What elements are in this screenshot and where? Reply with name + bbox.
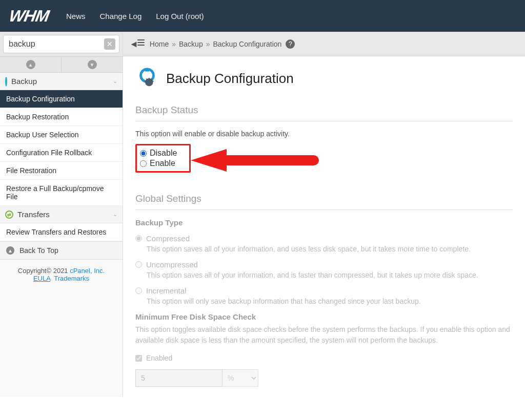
sidebar-item-backup-restoration[interactable]: Backup Restoration (0, 108, 123, 126)
radio-disable[interactable] (140, 150, 147, 157)
sidebar-item-backup-user-selection[interactable]: Backup User Selection (0, 126, 123, 144)
expand-all-button[interactable]: ▼ (62, 57, 123, 72)
sidebar-item-file-restoration[interactable]: File Restoration (0, 162, 123, 180)
min-free-value-input (135, 369, 223, 387)
crumb-backup[interactable]: Backup (179, 40, 203, 48)
sidebar-item-restore-full-backup[interactable]: Restore a Full Backup/cpmove File (0, 180, 123, 206)
page-title: Backup Configuration (166, 71, 294, 87)
chevron-down-icon: ⌄ (113, 211, 117, 218)
section-heading-status: Backup Status (135, 104, 513, 116)
radio-compressed (135, 235, 142, 242)
crumb-current: Backup Configuration (213, 40, 281, 48)
sidebar: ✕ ▲ ▼ Backup ⌄ Backup Configuration Back… (0, 32, 123, 397)
svg-rect-3 (216, 155, 319, 165)
min-free-desc: This option toggles available disk space… (135, 324, 513, 346)
min-free-unit-select: % (223, 369, 258, 387)
copyright-text: Copyright© 2021 (18, 267, 70, 275)
sidebar-group-transfers[interactable]: ⇄ Transfers ⌄ (0, 206, 123, 223)
min-free-title: Minimum Free Disk Space Check (135, 312, 513, 321)
backup-gear-icon (135, 67, 159, 90)
radio-enable[interactable] (140, 160, 147, 167)
nav-news[interactable]: News (66, 12, 86, 20)
status-description: This option will enable or disable backu… (135, 130, 513, 138)
backup-icon (5, 77, 7, 86)
radio-uncompressed-label: Uncompressed (146, 260, 198, 269)
breadcrumb-back-icon[interactable]: ◄ (129, 38, 145, 50)
eula-link[interactable]: EULA (33, 275, 50, 282)
whm-logo[interactable]: WHM (8, 7, 50, 26)
annotation-arrow-icon (191, 149, 324, 172)
nav-logout[interactable]: Log Out (root) (156, 12, 204, 20)
cpanel-link[interactable]: cPanel, Inc. (70, 267, 105, 275)
compressed-desc: This option saves all of your informatio… (147, 245, 513, 253)
svg-marker-4 (191, 149, 227, 172)
checkbox-min-free-enabled (135, 355, 142, 362)
backup-type-label: Backup Type (135, 218, 513, 227)
nav-change-log[interactable]: Change Log (99, 12, 142, 20)
crumb-home[interactable]: Home (150, 40, 169, 48)
radio-incremental (135, 287, 142, 294)
sidebar-item-review-transfers[interactable]: Review Transfers and Restores (0, 223, 123, 241)
uncompressed-desc: This option saves all of your informatio… (147, 271, 513, 279)
sidebar-group-label: Backup (11, 77, 37, 86)
back-to-top[interactable]: ▲ Back To Top (0, 241, 123, 260)
collapse-all-button[interactable]: ▲ (0, 57, 62, 72)
radio-uncompressed (135, 261, 142, 268)
sidebar-item-config-file-rollback[interactable]: Configuration File Rollback (0, 144, 123, 162)
sidebar-footer: Copyright© 2021 cPanel, Inc. EULA Tradem… (0, 260, 123, 289)
trademarks-link[interactable]: Trademarks (54, 275, 89, 282)
sidebar-group-backup[interactable]: Backup ⌄ (0, 73, 123, 90)
search-input[interactable] (3, 35, 119, 53)
chevron-down-icon: ⌄ (113, 78, 117, 85)
transfers-icon: ⇄ (5, 211, 13, 219)
breadcrumb: ◄ Home » Backup » Backup Configuration ? (123, 32, 525, 56)
arrow-up-icon: ▲ (6, 246, 14, 255)
radio-disable-label[interactable]: Disable (150, 149, 177, 158)
incremental-desc: This option will only save backup inform… (147, 297, 513, 305)
search-clear-icon[interactable]: ✕ (104, 38, 115, 50)
highlight-frame: Disable Enable (135, 144, 191, 173)
help-icon[interactable]: ? (286, 39, 295, 49)
radio-enable-label[interactable]: Enable (150, 159, 175, 168)
radio-compressed-label: Compressed (146, 234, 190, 243)
back-to-top-label: Back To Top (19, 246, 58, 255)
radio-incremental-label: Incremental (146, 286, 186, 295)
sidebar-group-label: Transfers (17, 210, 50, 219)
sidebar-item-backup-configuration[interactable]: Backup Configuration (0, 90, 123, 108)
section-heading-global: Global Settings (135, 193, 513, 204)
min-free-enabled-label: Enabled (146, 354, 172, 362)
